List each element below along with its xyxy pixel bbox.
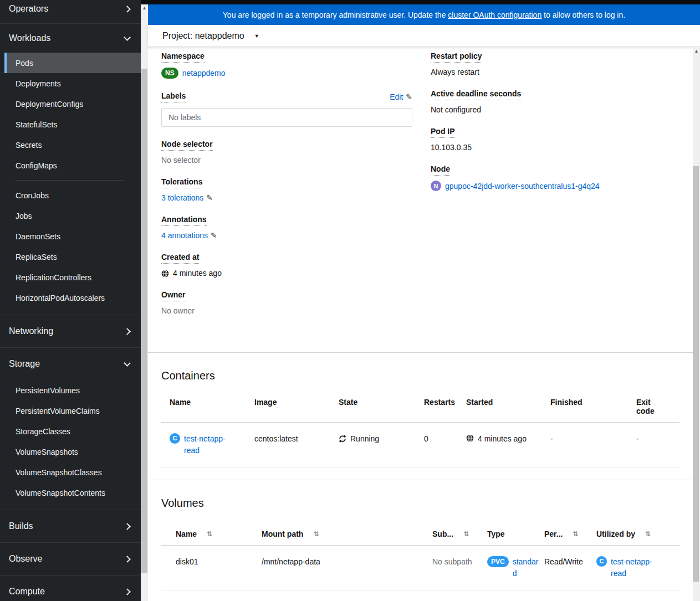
sidebar-item-persistentvolumeclaims[interactable]: PersistentVolumeClaims [0, 400, 141, 421]
namespace-badge-icon: NS [161, 68, 178, 79]
sidebar-item-networking[interactable]: Networking [0, 315, 141, 347]
scroll-up-icon[interactable]: ▲ [141, 6, 148, 11]
namespace-term: Namespace [161, 52, 205, 63]
volume-type-empty [487, 590, 544, 601]
container-state: Running [350, 433, 379, 445]
sidebar-item-secrets[interactable]: Secrets [0, 135, 141, 155]
sidebar-item-cronjobs[interactable]: CronJobs [0, 185, 141, 206]
sidebar-item-volumesnapshotcontents[interactable]: VolumeSnapshotContents [0, 482, 141, 503]
restart-policy-value: Always restart [431, 68, 679, 76]
labels-empty-text: No labels [168, 113, 201, 122]
login-notice-banner: You are logged in as a temporary adminis… [148, 4, 700, 25]
sidebar-item-replicationcontrollers[interactable]: ReplicationControllers [0, 267, 141, 287]
node-link[interactable]: gpupoc-42jdd-worker-southcentralus1-g4q2… [445, 182, 600, 191]
containers-section: Containers Name Image State Restarts Sta… [148, 352, 693, 480]
col-header-type[interactable]: Type [487, 526, 544, 545]
col-header-exit-code: Exit code [636, 394, 662, 422]
sidebar-item-jobs[interactable]: Jobs [0, 206, 141, 226]
annotations-term: Annotations [161, 215, 207, 226]
chevron-right-icon [124, 556, 131, 563]
sidebar-item-label: Builds [9, 521, 33, 531]
col-header-restarts: Restarts [424, 394, 466, 413]
sidebar-item-pods[interactable]: Pods [4, 53, 141, 73]
sidebar-item-statefulsets[interactable]: StatefulSets [0, 114, 141, 135]
col-header-permissions[interactable]: Per...⇅ [544, 526, 596, 545]
scroll-up-icon[interactable]: ▲ [693, 49, 700, 54]
sidebar-item-operators[interactable]: Operators [0, 0, 141, 23]
sidebar-item-horizontalpodautoscalers[interactable]: HorizontalPodAutoscalers [0, 287, 141, 308]
content-scrollbar-thumb[interactable] [693, 166, 699, 582]
volumes-heading: Volumes [161, 497, 679, 510]
sidebar-item-persistentvolumes[interactable]: PersistentVolumes [0, 380, 141, 400]
containers-table: Name Image State Restarts Started Finish… [161, 394, 679, 480]
namespace-link[interactable]: netappdemo [182, 69, 226, 78]
sort-icon[interactable]: ⇅ [313, 530, 319, 538]
volume-mount-path: /var/run/secrets/kubernetes.io/serviceac… [262, 590, 432, 601]
sidebar-item-label: Observe [9, 554, 42, 564]
volume-row: kube-api-access-x84dg /var/run/secrets/k… [161, 590, 679, 601]
sidebar-item-builds[interactable]: Builds [0, 510, 141, 542]
node-selector-value: No selector [161, 156, 412, 165]
utilized-by-link[interactable]: test-netapp-read [611, 556, 661, 579]
pod-ip-term: Pod IP [431, 127, 455, 138]
sidebar-item-configmaps[interactable]: ConfigMaps [0, 155, 141, 176]
volume-subpath: No subpath [432, 546, 487, 578]
oauth-configuration-link[interactable]: cluster OAuth configuration [448, 11, 541, 19]
container-name-link[interactable]: test-netapp-read [184, 433, 233, 456]
sidebar-scrollbar-thumb[interactable] [141, 69, 147, 573]
pvc-link[interactable]: standard [513, 556, 539, 579]
banner-text-before: You are logged in as a temporary adminis… [223, 11, 448, 19]
project-selector-label: Project: netappdemo [162, 31, 244, 41]
sort-icon[interactable]: ⇅ [573, 530, 578, 538]
container-badge-icon: C [596, 556, 607, 567]
col-header-mount-path[interactable]: Mount path⇅ [262, 526, 432, 545]
labels-term: Labels [161, 91, 186, 102]
labels-group: Labels Edit✎ No labels [161, 91, 412, 127]
volume-mount-path: /mnt/netapp-data [262, 546, 432, 578]
sidebar-item-storageclasses[interactable]: StorageClasses [0, 421, 141, 441]
sidebar-item-observe[interactable]: Observe [0, 543, 141, 575]
sidebar-item-volumesnapshotclasses[interactable]: VolumeSnapshotClasses [0, 462, 141, 482]
sidebar-item-workloads[interactable]: Workloads [0, 24, 141, 53]
created-at-value: 4 minutes ago [173, 269, 222, 278]
tolerations-edit-link[interactable]: 3 tolerations✎ [161, 193, 213, 202]
pod-details-grid: Namespace NS netappdemo Labels Edit✎ No … [148, 47, 693, 352]
col-header-utilized-by[interactable]: Utilized by⇅ [596, 526, 679, 545]
sidebar-item-deployments[interactable]: Deployments [0, 73, 141, 94]
tolerations-group: Tolerations 3 tolerations✎ [161, 177, 412, 202]
project-selector[interactable]: Project: netappdemo ▼ [162, 31, 259, 41]
volumes-section: Volumes Name⇅ Mount path⇅ Sub...⇅ Type P… [148, 480, 693, 601]
container-started: 4 minutes ago [478, 433, 527, 445]
col-header-subpath[interactable]: Sub...⇅ [432, 526, 487, 545]
volume-permissions: Read/Write [544, 546, 596, 578]
sidebar-item-storage[interactable]: Storage [0, 348, 141, 380]
sidebar-item-compute[interactable]: Compute [0, 576, 141, 601]
sort-icon[interactable]: ⇅ [207, 530, 212, 538]
created-at-term: Created at [161, 253, 199, 264]
chevron-right-icon [124, 6, 131, 13]
sidebar-item-volumesnapshots[interactable]: VolumeSnapshots [0, 441, 141, 462]
container-row: C test-netapp-read centos:latest Running [161, 423, 679, 468]
sidebar-scrollbar[interactable]: ▲ [141, 0, 148, 601]
sort-icon[interactable]: ⇅ [645, 530, 651, 538]
labels-edit-button[interactable]: Edit✎ [390, 93, 412, 101]
col-header-image: Image [254, 394, 339, 413]
pod-ip-group: Pod IP 10.103.0.35 [431, 127, 679, 152]
sidebar-item-replicasets[interactable]: ReplicaSets [0, 246, 141, 267]
labels-empty-box: No labels [161, 108, 412, 127]
sidebar-item-deploymentconfigs[interactable]: DeploymentConfigs [0, 94, 141, 114]
content-scrollbar[interactable]: ▲ [693, 47, 700, 601]
node-group: Node N gpupoc-42jdd-worker-southcentralu… [431, 165, 679, 191]
sort-icon[interactable]: ⇅ [463, 530, 469, 538]
globe-icon [466, 434, 474, 442]
col-header-finished: Finished [550, 394, 636, 413]
sidebar-item-label: Compute [9, 587, 45, 597]
sidebar-nav: Operators Workloads Pods Deployments Dep… [0, 0, 141, 601]
col-header-started: Started [466, 394, 550, 413]
volume-subpath: No subpath [432, 590, 487, 601]
chevron-right-icon [124, 328, 131, 335]
annotations-edit-link[interactable]: 4 annotations✎ [161, 231, 217, 240]
owner-group: Owner No owner [161, 290, 412, 315]
col-header-name[interactable]: Name⇅ [176, 526, 262, 545]
sidebar-item-daemonsets[interactable]: DaemonSets [0, 226, 141, 246]
